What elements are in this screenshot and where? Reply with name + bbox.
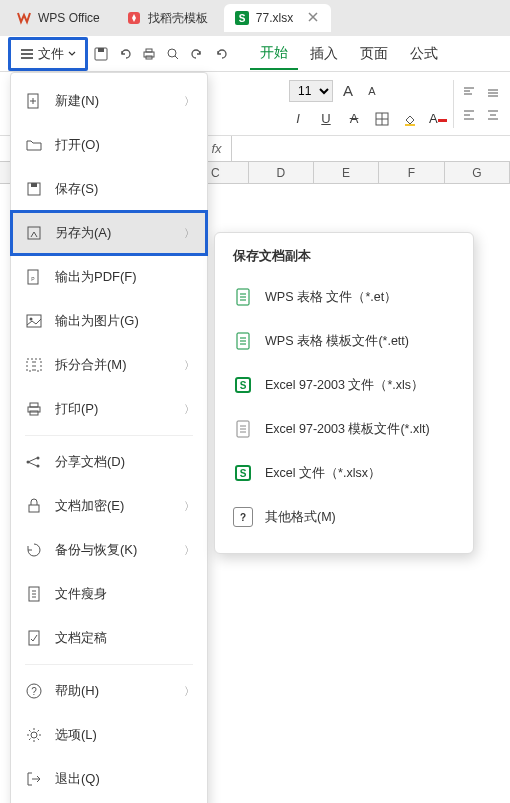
col-header[interactable]: E bbox=[314, 162, 379, 183]
tab-label: 找稻壳模板 bbox=[148, 10, 208, 27]
file-menu-item-print[interactable]: 打印(P)〉 bbox=[11, 387, 207, 431]
file-menu-label: 退出(Q) bbox=[55, 770, 100, 788]
font-grow-icon[interactable]: A bbox=[339, 82, 357, 100]
file-menu-label: 文件瘦身 bbox=[55, 585, 107, 603]
col-header[interactable]: G bbox=[445, 162, 510, 183]
saveas-item[interactable]: Excel 97-2003 模板文件(*.xlt) bbox=[215, 407, 473, 451]
menu-tab-formula[interactable]: 公式 bbox=[400, 39, 448, 69]
svg-point-19 bbox=[30, 318, 33, 321]
file-menu-item-share[interactable]: 分享文档(D) bbox=[11, 440, 207, 484]
menu-separator bbox=[25, 435, 193, 436]
file-menu-label: 新建(N) bbox=[55, 92, 99, 110]
saveas-item-label: 其他格式(M) bbox=[265, 509, 336, 526]
hamburger-icon bbox=[20, 48, 34, 60]
saveas-item[interactable]: WPS 表格 模板文件(*.ett) bbox=[215, 319, 473, 363]
file-menu-item-new[interactable]: 新建(N)〉 bbox=[11, 79, 207, 123]
border-icon[interactable] bbox=[373, 110, 391, 128]
undo-icon[interactable] bbox=[114, 43, 136, 65]
sheet-icon: S bbox=[234, 10, 250, 26]
svg-rect-4 bbox=[98, 48, 104, 52]
col-header[interactable]: D bbox=[249, 162, 314, 183]
tab-label: WPS Office bbox=[38, 11, 100, 25]
italic-icon[interactable]: I bbox=[289, 110, 307, 128]
align-middle-icon[interactable] bbox=[484, 84, 502, 102]
file-menu-item-saveas[interactable]: 另存为(A)〉 bbox=[11, 211, 207, 255]
tab-document[interactable]: S 77.xlsx bbox=[224, 4, 331, 32]
file-menu-item-options[interactable]: 选项(L) bbox=[11, 713, 207, 757]
print-icon[interactable] bbox=[138, 43, 160, 65]
svg-rect-30 bbox=[29, 631, 39, 645]
print-icon bbox=[25, 400, 43, 418]
svg-rect-14 bbox=[31, 183, 37, 187]
saveas-item[interactable]: ?其他格式(M) bbox=[215, 495, 473, 539]
svg-text:S: S bbox=[238, 13, 245, 24]
align-center-icon[interactable] bbox=[484, 106, 502, 124]
redo-icon[interactable] bbox=[186, 43, 208, 65]
preview-icon[interactable] bbox=[162, 43, 184, 65]
saveas-item[interactable]: SExcel 文件（*.xlsx） bbox=[215, 451, 473, 495]
svg-point-26 bbox=[37, 457, 40, 460]
fill-color-icon[interactable] bbox=[401, 110, 419, 128]
menu-tab-insert[interactable]: 插入 bbox=[300, 39, 348, 69]
font-size-select[interactable]: 11 bbox=[289, 80, 333, 102]
saveas-submenu: 保存文档副本 WPS 表格 文件（*.et）WPS 表格 模板文件(*.ett)… bbox=[214, 232, 474, 554]
split-icon bbox=[25, 356, 43, 374]
file-menu-item-exit[interactable]: 退出(Q) bbox=[11, 757, 207, 801]
file-menu: 新建(N)〉打开(O)保存(S)另存为(A)〉P输出为PDF(F)输出为图片(G… bbox=[10, 72, 208, 803]
file-menu-item-help[interactable]: ?帮助(H)〉 bbox=[11, 669, 207, 713]
tab-label: 77.xlsx bbox=[256, 11, 293, 25]
svg-point-8 bbox=[168, 49, 176, 57]
file-menu-label: 打印(P) bbox=[55, 400, 98, 418]
svg-rect-28 bbox=[29, 505, 39, 512]
file-menu-item-backup[interactable]: 备份与恢复(K)〉 bbox=[11, 528, 207, 572]
final-icon bbox=[25, 629, 43, 647]
font-shrink-icon[interactable]: A bbox=[363, 82, 381, 100]
file-menu-label: 输出为PDF(F) bbox=[55, 268, 137, 286]
file-menu-item-save[interactable]: 保存(S) bbox=[11, 167, 207, 211]
share-icon bbox=[25, 453, 43, 471]
file-button-label: 文件 bbox=[38, 45, 64, 63]
align-top-icon[interactable] bbox=[460, 84, 478, 102]
strikethrough-icon[interactable]: A bbox=[345, 110, 363, 128]
close-icon[interactable] bbox=[307, 11, 321, 25]
app-tabs-bar: WPS Office 找稻壳模板 S 77.xlsx bbox=[0, 0, 510, 36]
saveas-item-label: WPS 表格 模板文件(*.ett) bbox=[265, 333, 409, 350]
svg-point-25 bbox=[27, 461, 30, 464]
chevron-right-icon: 〉 bbox=[184, 684, 195, 699]
file-menu-item-final[interactable]: 文档定稿 bbox=[11, 616, 207, 660]
file-menu-label: 选项(L) bbox=[55, 726, 97, 744]
docer-icon bbox=[126, 10, 142, 26]
chevron-right-icon: 〉 bbox=[184, 499, 195, 514]
file-menu-label: 文档加密(E) bbox=[55, 497, 124, 515]
file-menu-label: 保存(S) bbox=[55, 180, 98, 198]
file-menu-item-lock[interactable]: 文档加密(E)〉 bbox=[11, 484, 207, 528]
file-menu-item-image[interactable]: 输出为图片(G) bbox=[11, 299, 207, 343]
underline-icon[interactable]: U bbox=[317, 110, 335, 128]
undo2-icon[interactable] bbox=[210, 43, 232, 65]
file-menu-item-pdf[interactable]: P输出为PDF(F) bbox=[11, 255, 207, 299]
file-menu-item-open[interactable]: 打开(O) bbox=[11, 123, 207, 167]
font-color-icon[interactable]: A bbox=[429, 110, 447, 128]
saveas-item[interactable]: SExcel 97-2003 文件（*.xls） bbox=[215, 363, 473, 407]
file-menu-label: 帮助(H) bbox=[55, 682, 99, 700]
help-icon: ? bbox=[25, 682, 43, 700]
file-menu-label: 拆分合并(M) bbox=[55, 356, 127, 374]
col-header[interactable]: F bbox=[379, 162, 444, 183]
svg-rect-15 bbox=[28, 227, 40, 239]
menu-tab-page[interactable]: 页面 bbox=[350, 39, 398, 69]
align-left-icon[interactable] bbox=[460, 106, 478, 124]
svg-text:P: P bbox=[31, 276, 35, 282]
tab-wps-office[interactable]: WPS Office bbox=[6, 4, 110, 32]
menu-tab-start[interactable]: 开始 bbox=[250, 38, 298, 70]
file-menu-item-split[interactable]: 拆分合并(M)〉 bbox=[11, 343, 207, 387]
save-icon[interactable] bbox=[90, 43, 112, 65]
tab-docer[interactable]: 找稻壳模板 bbox=[116, 4, 218, 32]
pdf-icon: P bbox=[25, 268, 43, 286]
svg-text:?: ? bbox=[31, 686, 37, 697]
file-menu-item-slim[interactable]: 文件瘦身 bbox=[11, 572, 207, 616]
file-menu-label: 打开(O) bbox=[55, 136, 100, 154]
chevron-down-icon bbox=[68, 50, 76, 58]
file-button[interactable]: 文件 bbox=[12, 41, 84, 67]
saveas-item[interactable]: WPS 表格 文件（*.et） bbox=[215, 275, 473, 319]
saveas-item-label: WPS 表格 文件（*.et） bbox=[265, 289, 397, 306]
